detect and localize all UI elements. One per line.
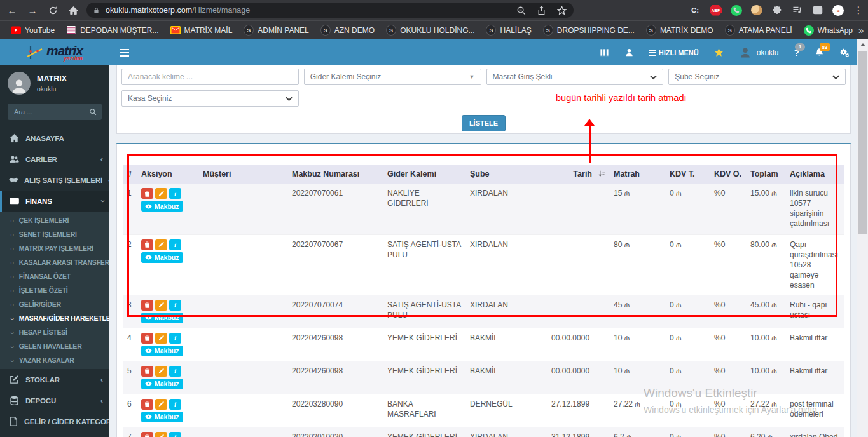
makbuz-button[interactable]: Makbuz (141, 379, 183, 389)
sidebar-subitem-geli-r-gi-der[interactable]: ○GELİR/GİDER (0, 297, 109, 311)
address-bar[interactable]: okuklu.matrixotoerp.com/Hizmet/manage (86, 3, 574, 18)
info-button[interactable]: i (169, 239, 181, 250)
user-icon[interactable] (624, 48, 634, 57)
column-header-tarih[interactable]: Tarih (548, 165, 610, 184)
delete-button[interactable] (141, 432, 153, 437)
sidebar-subitem-hesap-li-stesi[interactable]: ○HESAP LİSTESİ (0, 325, 109, 339)
store-extension-icon[interactable]: ≋ (832, 5, 844, 16)
back-button[interactable]: ← (4, 2, 20, 18)
sidebar-item-anasayfa[interactable]: ANASAYFA (0, 128, 109, 149)
sidebar-item-geli-r-gi-der-kategori[interactable]: GELİR / GİDER KATEGORİ (0, 411, 109, 432)
gider-kalemi-select[interactable]: Gider Kalemi Seçiniz ▼ (304, 69, 481, 85)
makbuz-button[interactable]: Makbuz (141, 412, 183, 422)
notifications-button[interactable]: 83 (815, 48, 824, 57)
makbuz-button[interactable]: Makbuz (141, 252, 183, 263)
bookmark-item[interactable]: SOKUKLU HOLDİNG... (380, 23, 480, 38)
delete-button[interactable] (141, 366, 153, 377)
sidebar-subitem-i-letme-zeti[interactable]: ○İŞLETME ÖZETİ (0, 283, 109, 297)
bookmark-star-icon[interactable] (556, 4, 567, 16)
bookmark-item[interactable]: DEPODAN MÜŞTER... (60, 23, 164, 38)
favorites-star-icon[interactable] (714, 48, 724, 57)
bookmark-item[interactable]: WhatsApp (798, 23, 858, 38)
brand-logo[interactable]: matrix yazılım (0, 39, 109, 65)
edit-button[interactable] (155, 366, 167, 377)
column-header-kdv-t[interactable]: KDV T. (666, 165, 710, 184)
user-profile[interactable]: okuklu (739, 46, 779, 59)
column-header-gider-kalemi[interactable]: Gider Kalemi (383, 165, 466, 184)
sidebar-item-fi-nans[interactable]: FİNANS‹ (0, 191, 109, 212)
bookmark-item[interactable]: SHALİLAŞ (480, 23, 537, 38)
sidebar-item-stoklar[interactable]: STOKLAR‹ (0, 369, 109, 390)
side-panel-icon[interactable] (812, 4, 823, 16)
lock-icon[interactable] (93, 6, 100, 15)
share-icon[interactable] (535, 4, 547, 16)
scroll-up-arrow[interactable] (857, 39, 868, 50)
sidebar-item-raporlar[interactable]: RAPORLAR‹ (0, 432, 109, 437)
edit-button[interactable] (155, 432, 167, 437)
settings-button[interactable] (839, 48, 849, 57)
quick-menu-button[interactable]: HIZLI MENÜ (649, 49, 699, 57)
column-header-a-klama[interactable]: Açıklama (786, 165, 844, 184)
column-header-matrah[interactable]: Matrah (610, 165, 666, 184)
zoom-indicator-icon[interactable] (515, 4, 527, 16)
bookmarks-overflow-chevron[interactable]: » (858, 25, 864, 36)
sidebar-subitem-gelen-havaleler[interactable]: ○GELEN HAVALELER (0, 339, 109, 353)
sidebar-subitem-ek-i-lemleri[interactable]: ○ÇEK İŞLEMLERİ (0, 213, 109, 227)
help-button[interactable]: ? 1 (794, 48, 799, 58)
whatsapp-extension-icon[interactable] (731, 5, 742, 16)
sidebar-search-input[interactable] (13, 107, 89, 116)
kasa-select[interactable]: Kasa Seçiniz (121, 90, 299, 107)
sidebar-subitem-senet-i-lemleri[interactable]: ○SENET İŞLEMLERİ (0, 227, 109, 241)
sube-select[interactable]: Şube Seçiniz (668, 69, 846, 85)
delete-button[interactable] (141, 239, 153, 250)
forward-button[interactable]: → (24, 2, 41, 18)
makbuz-button[interactable]: Makbuz (141, 346, 183, 356)
column-header-aksiyon[interactable]: Aksiyon (137, 165, 199, 184)
home-button[interactable] (65, 2, 81, 18)
makbuz-button[interactable]: Makbuz (141, 201, 183, 212)
info-button[interactable]: i (169, 333, 181, 344)
listele-button[interactable]: LİSTELE (462, 115, 506, 131)
browser-menu-icon[interactable]: ⋮ (853, 4, 864, 16)
column-header-makbuz-numaras[interactable]: Makbuz Numarası (288, 165, 383, 184)
sidebar-toggle-button[interactable] (120, 49, 129, 57)
edit-button[interactable] (155, 399, 167, 410)
info-button[interactable]: i (169, 300, 181, 311)
sidebar-subitem-kasalar-arasi-transfer[interactable]: ○KASALAR ARASI TRANSFER (0, 255, 109, 269)
sidebar-item-depocu[interactable]: DEPOCU‹ (0, 390, 109, 411)
reload-button[interactable] (45, 2, 61, 18)
bookmark-item[interactable]: MATRİX MAİL (165, 23, 238, 38)
sidebar-subitem-yazar-kasalar[interactable]: ○YAZAR KASALAR (0, 353, 109, 367)
sidebar-item-ali-sati-i-lemleri[interactable]: ALIŞ SATIŞ İŞLEMLERİ‹ (0, 170, 109, 191)
keyword-input[interactable] (121, 69, 299, 85)
edit-button[interactable] (155, 188, 167, 199)
column-header-ube[interactable]: Şube (466, 165, 548, 184)
delete-button[interactable] (141, 399, 153, 410)
info-button[interactable]: i (169, 399, 181, 410)
sidebar-subitem-masraf-gi-der-hareketleri[interactable]: ○MASRAF/GİDER HAREKETLERİ (0, 311, 109, 325)
search-icon[interactable] (89, 108, 97, 116)
delete-button[interactable] (141, 188, 153, 199)
columns-icon[interactable] (600, 48, 609, 57)
extensions-puzzle-icon[interactable] (771, 4, 783, 16)
makbuz-button[interactable]: Makbuz (141, 313, 183, 323)
bookmark-item[interactable]: SMATRİX DEMO (640, 23, 719, 38)
sidebar-subitem-matri-x-pay-i-lemleri[interactable]: ○MATRİX PAY İŞLEMLERİ (0, 241, 109, 255)
bookmark-item[interactable]: SDROPSHIPPING DE... (537, 23, 640, 38)
bookmark-item[interactable]: SAZN DEMO (315, 23, 380, 38)
column-header-m-teri[interactable]: Müşteri (199, 165, 288, 184)
column-header-kdv-o[interactable]: KDV O. (710, 165, 747, 184)
sidebar-item-cari-ler[interactable]: CARİLER‹ (0, 149, 109, 170)
edit-button[interactable] (155, 239, 167, 250)
info-button[interactable]: i (169, 366, 181, 377)
edit-button[interactable] (155, 333, 167, 344)
bookmark-item[interactable]: SATAMA PANELİ (719, 23, 798, 38)
copilot-extension-icon[interactable]: C: (689, 4, 701, 16)
scrollbar-thumb[interactable] (858, 51, 867, 234)
info-button[interactable]: i (169, 432, 181, 437)
column-header-toplam[interactable]: Toplam (747, 165, 786, 184)
edit-button[interactable] (155, 300, 167, 311)
column-header-num[interactable]: # (123, 165, 137, 184)
masraf-giris-select[interactable]: Masraf Giriş Şekli (486, 69, 664, 85)
delete-button[interactable] (141, 300, 153, 311)
